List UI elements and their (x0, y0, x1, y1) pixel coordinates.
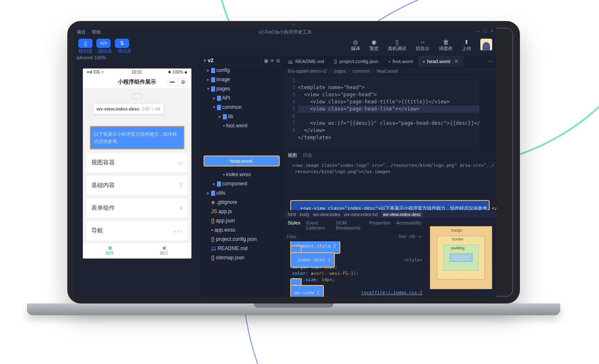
compile-icon: ◎ (351, 39, 360, 45)
folder[interactable]: ▾▇ pages (200, 84, 283, 93)
maximize-icon[interactable]: ▢ (483, 29, 487, 33)
grid-icon: ▦ (85, 245, 135, 250)
path-seg[interactable]: html (288, 212, 296, 217)
folder[interactable]: ▸▇ utils (200, 188, 283, 198)
crumb[interactable]: pages (334, 69, 346, 74)
text-icon: 𝕋 (179, 182, 183, 189)
tab-api[interactable]: ▣接口 (137, 243, 191, 258)
styles-filter-input[interactable] (287, 234, 395, 240)
list-item[interactable]: 视图容器▭ (86, 153, 188, 172)
inspect-tooltip: wx-view.index-desc240 × 44 (93, 103, 164, 114)
tab-foot[interactable]: ▪foot.wxml (384, 56, 418, 66)
menu-project[interactable]: 项目 (77, 29, 86, 35)
list-item[interactable]: 表单组件≡ (86, 198, 188, 218)
folder[interactable]: ▸▇ lib (200, 112, 283, 121)
path-seg[interactable]: body (300, 212, 310, 217)
path-seg[interactable]: wx-view.index-hd (344, 212, 378, 217)
crumb[interactable]: common (353, 69, 370, 74)
explorer-header: ▾v2 ▫ ▣ ⟳ ⊟ (200, 56, 283, 66)
mode-debugger[interactable]: ⇅ (115, 39, 129, 48)
refresh-icon[interactable]: ⟳ (270, 58, 274, 63)
file[interactable]: ▪ index.wxss (200, 170, 283, 179)
file[interactable]: ▪ foot.wxml (200, 121, 283, 130)
styles-tab[interactable]: Accessibility (396, 220, 421, 230)
code-editor[interactable]: 12345678 <template name="head"> <view cl… (284, 75, 496, 150)
folder[interactable]: ▸▇ component (200, 179, 283, 188)
file[interactable]: 🕮 README.md (200, 244, 283, 253)
minimize-icon[interactable]: — (476, 29, 480, 33)
tab-head[interactable]: ▪head.wxml✕ (418, 56, 464, 67)
crumb[interactable]: fino-applet-demo-v2 (288, 69, 327, 74)
styles-tab[interactable]: DOM Breakpoints (336, 220, 363, 230)
tb-compile[interactable]: ◎编译 (351, 39, 360, 52)
tb-remote[interactable]: ▯真机调试 (388, 39, 406, 52)
menu-help[interactable]: 帮助 (92, 29, 101, 35)
main-column: 🕮README.md {}project.config.json ▪foot.w… (284, 56, 496, 297)
highlighted-element[interactable]: 以下将展示小程序官方组件能力，组件样式仅供参考。 (90, 127, 184, 149)
insp-tab-view[interactable]: 视图 (288, 152, 297, 158)
file[interactable]: {} app.json (200, 216, 283, 225)
add-rule-icon[interactable]: ＋ (418, 234, 422, 240)
tb-background[interactable]: ↔切后台 (416, 39, 429, 52)
insp-tab-log[interactable]: 日志 (303, 152, 312, 158)
list-item[interactable]: 导航∘∘∘ (86, 221, 188, 240)
capsule-close-icon[interactable]: ⦾ (181, 79, 185, 85)
styles-tab[interactable]: Event Listeners (306, 220, 330, 230)
tab-component[interactable]: ▦组件 (83, 243, 137, 258)
trash-icon: 🗑 (439, 39, 453, 45)
css-rules[interactable]: element.style { } <style>.index-desc { m… (284, 241, 426, 297)
page-title: 小程序组件展示 (118, 78, 156, 86)
styles-tab[interactable]: Properties (369, 220, 390, 230)
tabs-overflow-icon[interactable]: ⋯ (485, 58, 496, 64)
mode-simulator-label: 模拟器 (78, 48, 93, 54)
folder[interactable]: ▸▇ image (200, 75, 283, 84)
list-icon: ≡ (180, 205, 183, 211)
file[interactable]: ▪ head.wxml (204, 156, 279, 166)
eye-icon: ◉ (369, 39, 379, 45)
code-lines[interactable]: <template name="head"> <view class="page… (298, 75, 480, 150)
crumb[interactable]: head.wxml (377, 69, 398, 74)
mode-editor[interactable]: </> (96, 39, 111, 48)
breadcrumbs: fino-applet-demo-v2› pages› common› head… (284, 67, 496, 75)
avatar[interactable] (480, 39, 492, 50)
phone: ••ıl IDE ᯤ 10:01 ✱ 100% ■ 小程序组件展示 •••|⦾ … (83, 69, 191, 258)
mode-editor-label: 编辑器 (98, 48, 112, 54)
file[interactable]: JS app.js (200, 207, 283, 216)
cls-toggle[interactable]: .cls (408, 234, 415, 240)
hov-toggle[interactable]: :hov (398, 234, 406, 240)
path-seg[interactable]: wx-view.index-desc (381, 211, 422, 217)
tab-projectconfig[interactable]: {}project.config.json (329, 56, 383, 66)
list-item[interactable]: 基础内容𝕋 (86, 176, 188, 195)
logo-placeholder (133, 93, 142, 99)
tb-cache[interactable]: 🗑清缓存 (439, 39, 453, 52)
folder[interactable]: ▸▇ config (200, 66, 283, 75)
close-tab-icon[interactable]: ✕ (454, 58, 459, 64)
dom-tree[interactable]: ▸<wx-image class="index-logo" src="../re… (284, 161, 496, 210)
path-seg[interactable]: wx-view.index (313, 212, 340, 217)
styles-pane: Styles Event Listeners DOM Breakpoints P… (284, 219, 426, 297)
tab-readme[interactable]: 🕮README.md (284, 56, 329, 66)
file[interactable]: {} sitemap.json (200, 253, 283, 262)
inspector-tabs: 视图 日志 (284, 150, 496, 161)
new-file-icon[interactable]: ▫ (260, 58, 262, 63)
folder[interactable]: ▸▇ API (200, 93, 283, 103)
folder[interactable]: ▾▇ common (200, 103, 283, 112)
file[interactable]: ◆ .gitignore (200, 198, 283, 207)
dom-path: html body wx-view.index wx-view.index-hd… (284, 210, 496, 219)
minimap[interactable] (480, 75, 496, 150)
phone-body: wx-view.index-desc240 × 44 以下将展示小程序官方组件能… (83, 88, 191, 243)
ide-window: 项目 帮助 v2-FinClip小程序开发工具 — ▢ ✕ ▯ </> ⇅ (74, 28, 496, 297)
capsule-menu-icon[interactable]: ••• (170, 79, 175, 84)
mode-simulator[interactable]: ▯ (78, 39, 93, 48)
collapse-icon[interactable]: ⊟ (276, 58, 280, 63)
file[interactable]: ▪ app.wxss (200, 225, 283, 235)
close-icon[interactable]: ✕ (490, 29, 494, 33)
styles-tab[interactable]: Styles (288, 220, 300, 230)
new-folder-icon[interactable]: ▣ (264, 58, 268, 63)
chip-icon: ▣ (140, 245, 189, 250)
tb-upload[interactable]: ⬆上传 (462, 39, 471, 52)
file[interactable]: {} project.config.json (200, 235, 283, 244)
tb-preview[interactable]: ◉预览 (369, 39, 379, 52)
file-explorer: ▾v2 ▫ ▣ ⟳ ⊟ ▸▇ config ▸▇ image ▾▇ pages … (200, 56, 284, 297)
sim-device-info: iphone6 100% (77, 55, 106, 60)
